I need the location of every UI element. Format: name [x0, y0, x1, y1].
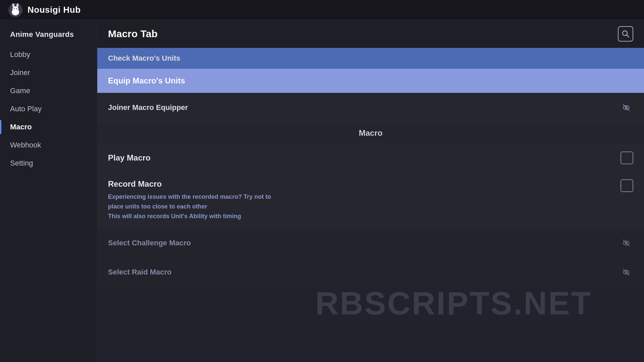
select-raid-macro-row: Select Raid Macro	[97, 258, 644, 287]
equip-macros-units-item[interactable]: Equip Macro's Units	[97, 69, 644, 93]
select-challenge-macro-row: Select Challenge Macro	[97, 229, 644, 258]
joiner-macro-equipper-hide-btn[interactable]	[619, 101, 633, 115]
record-macro-desc: Experiencing issues with the recorded ma…	[108, 192, 614, 221]
sidebar-item-setting[interactable]: Setting	[0, 154, 97, 172]
main-layout: Anime Vanguards Lobby Joiner Game Auto P…	[0, 20, 644, 362]
record-macro-title: Record Macro	[108, 179, 614, 189]
sidebar-item-lobby[interactable]: Lobby	[0, 46, 97, 64]
play-macro-checkbox[interactable]	[621, 152, 633, 164]
check-macros-units-item: Check Macro's Units	[97, 48, 644, 69]
select-raid-macro-label: Select Raid Macro	[108, 268, 172, 277]
content-title: Macro Tab	[108, 28, 158, 40]
play-macro-label: Play Macro	[108, 153, 151, 163]
content-header: Macro Tab	[97, 20, 644, 48]
app-logo	[8, 3, 23, 17]
play-macro-row: Play Macro	[97, 144, 644, 172]
svg-point-9	[12, 9, 14, 10]
sidebar-item-autoplay[interactable]: Auto Play	[0, 100, 97, 118]
svg-point-7	[14, 8, 15, 9]
sidebar-item-joiner[interactable]: Joiner	[0, 64, 97, 82]
watermark: RBSCRIPTS.NET	[315, 285, 592, 322]
select-challenge-macro-label: Select Challenge Macro	[108, 239, 191, 247]
select-raid-macro-hide-btn[interactable]	[619, 265, 633, 279]
content-scroll[interactable]: Check Macro's Units Equip Macro's Units …	[97, 48, 644, 362]
app-title: Nousigi Hub	[28, 5, 81, 15]
sidebar-item-game[interactable]: Game	[0, 82, 97, 100]
svg-line-12	[627, 35, 629, 38]
game-title: Anime Vanguards	[0, 27, 97, 46]
header: Nousigi Hub	[0, 0, 644, 20]
record-macro-checkbox[interactable]	[621, 179, 633, 192]
sidebar-item-macro[interactable]: Macro	[0, 118, 97, 136]
svg-point-10	[17, 9, 19, 10]
sidebar-item-webhook[interactable]: Webhook	[0, 136, 97, 154]
joiner-macro-equipper-row: Joiner Macro Equipper	[97, 93, 644, 122]
macro-section-label: Macro	[97, 122, 644, 144]
svg-point-8	[16, 8, 17, 9]
content-area: Macro Tab Check Macro's Units Equip Macr…	[97, 20, 644, 362]
record-macro-block: Record Macro Experiencing issues with th…	[97, 172, 644, 229]
select-challenge-macro-hide-btn[interactable]	[619, 236, 633, 250]
search-button[interactable]	[618, 26, 633, 42]
joiner-macro-equipper-label: Joiner Macro Equipper	[108, 103, 188, 112]
sidebar: Anime Vanguards Lobby Joiner Game Auto P…	[0, 20, 97, 362]
